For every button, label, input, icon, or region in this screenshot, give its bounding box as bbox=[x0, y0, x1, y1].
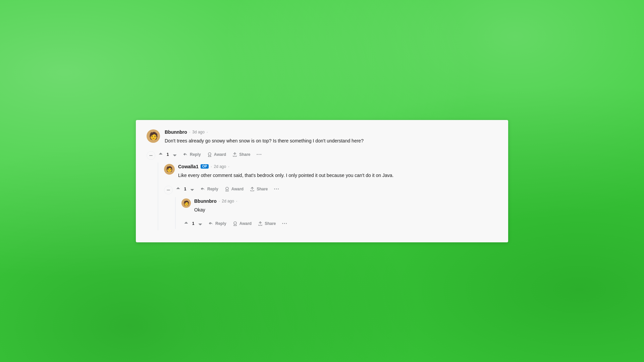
comment-row-1: 🧑 Bbunnbro · 3d ago · Don't trees alread… bbox=[147, 129, 497, 148]
share-button-3[interactable]: Share bbox=[255, 219, 278, 228]
vote-count-1: 1 bbox=[165, 152, 170, 157]
svg-point-4 bbox=[234, 222, 236, 224]
award-button-1[interactable]: Award bbox=[204, 150, 229, 159]
collapse-button-2[interactable] bbox=[164, 186, 173, 194]
share-button-1[interactable]: Share bbox=[229, 150, 253, 159]
comment-body-2: Like every other comment said, that's be… bbox=[178, 172, 497, 179]
thread-level-2: 🧑 Bbunnbro · 2d ago · Okay bbox=[171, 197, 497, 229]
award-button-3[interactable]: Award bbox=[230, 219, 254, 228]
downvote-btn-1[interactable] bbox=[171, 151, 178, 158]
more-button-3[interactable]: ··· bbox=[279, 219, 290, 229]
timestamp-2: 2d ago bbox=[214, 164, 226, 169]
svg-point-1 bbox=[208, 153, 211, 155]
award-button-2[interactable]: Award bbox=[222, 184, 246, 194]
comment-body-1: Don't trees already go snowy when snow i… bbox=[165, 137, 497, 144]
username-3: Bbunnbro bbox=[194, 198, 217, 204]
comment-row-2: 🧑 Cowalla1 OP · 2d ago · Like every othe… bbox=[164, 164, 497, 182]
comment-meta-2: Cowalla1 OP · 2d ago · bbox=[178, 164, 497, 169]
timestamp-1: 3d ago bbox=[192, 130, 205, 134]
downvote-btn-3[interactable] bbox=[197, 220, 204, 227]
vote-section-1: 1 bbox=[156, 149, 179, 160]
vote-section-3: 1 bbox=[181, 218, 205, 229]
vote-count-2: 1 bbox=[183, 187, 187, 191]
vote-count-3: 1 bbox=[191, 221, 196, 226]
reply-button-2[interactable]: Reply bbox=[198, 184, 221, 194]
upvote-btn-2[interactable] bbox=[175, 186, 181, 192]
username-2: Cowalla1 bbox=[178, 164, 199, 169]
share-button-2[interactable]: Share bbox=[247, 184, 270, 194]
reply-button-1[interactable]: Reply bbox=[180, 150, 204, 159]
more-button-2[interactable]: ··· bbox=[271, 184, 282, 194]
svg-rect-2 bbox=[167, 190, 170, 190]
collapse-button-1[interactable] bbox=[147, 151, 155, 160]
avatar-cowalla: 🧑 bbox=[164, 164, 175, 175]
comment-row-3: 🧑 Bbunnbro · 2d ago · Okay bbox=[181, 198, 497, 217]
comment-meta-3: Bbunnbro · 2d ago · bbox=[194, 198, 497, 204]
op-badge-2: OP bbox=[201, 164, 209, 169]
svg-point-3 bbox=[226, 187, 228, 190]
upvote-btn-1[interactable] bbox=[157, 151, 164, 158]
upvote-btn-3[interactable] bbox=[183, 220, 190, 227]
username-1: Bbunnbro bbox=[165, 129, 187, 135]
comment-meta-1: Bbunnbro · 3d ago · bbox=[165, 129, 497, 135]
more-button-1[interactable]: ··· bbox=[254, 149, 265, 160]
downvote-btn-2[interactable] bbox=[189, 186, 196, 192]
avatar-bbunnbro-nested: 🧑 bbox=[181, 198, 191, 208]
vote-section-2: 1 bbox=[173, 184, 197, 194]
svg-rect-0 bbox=[149, 155, 153, 156]
reply-button-3[interactable]: Reply bbox=[206, 219, 229, 228]
avatar-bbunnbro-top: 🧑 bbox=[147, 129, 160, 143]
thread-level-1: 🧑 Cowalla1 OP · 2d ago · Like every othe… bbox=[153, 163, 497, 230]
comment-body-3: Okay bbox=[194, 206, 497, 214]
comment-thread-card: 🧑 Bbunnbro · 3d ago · Don't trees alread… bbox=[136, 120, 508, 242]
timestamp-3: 2d ago bbox=[222, 199, 234, 203]
